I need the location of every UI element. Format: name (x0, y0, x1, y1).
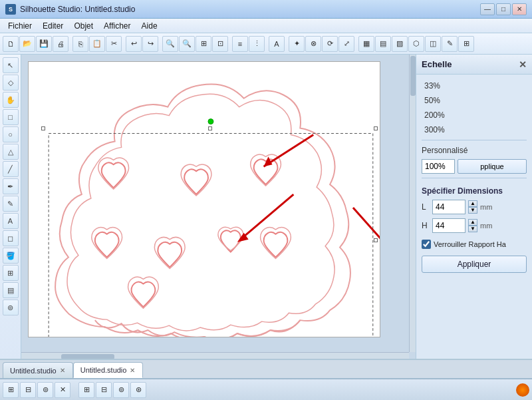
menu-fichier[interactable]: Fichier (3, 20, 37, 32)
tb-text[interactable]: A (269, 36, 285, 52)
tb-zoom-in[interactable]: 🔍 (162, 36, 178, 52)
custom-label: Personnalisé (422, 144, 527, 156)
tb-distribute[interactable]: ⋮ (249, 36, 265, 52)
tb-scale[interactable]: ⤢ (338, 36, 354, 52)
dim-l-down[interactable]: ▼ (468, 207, 477, 214)
separator-2 (422, 178, 527, 178)
tool-select[interactable]: ↖ (3, 57, 19, 73)
minimize-button[interactable]: — (480, 3, 495, 15)
bt-align-c[interactable]: ⊟ (20, 382, 36, 398)
tb-view4[interactable]: ⬡ (408, 36, 424, 52)
tb-align[interactable]: ≡ (232, 36, 248, 52)
tb-grid[interactable]: ⊞ (458, 36, 474, 52)
panel-close-button[interactable]: ✕ (519, 59, 527, 70)
canvas-scroll (21, 55, 409, 352)
tool-polygon[interactable]: △ (3, 144, 19, 160)
tool-fill[interactable]: 🪣 (3, 248, 19, 264)
dim-h-up[interactable]: ▲ (468, 219, 477, 226)
tab-0[interactable]: Untitled.studio ✕ (3, 362, 73, 378)
bt-group[interactable]: ⊞ (78, 382, 94, 398)
scale-50[interactable]: 50% (422, 95, 527, 106)
apply-button[interactable]: Appliquer (422, 256, 527, 273)
menu-aide[interactable]: Aide (136, 20, 163, 32)
tool-layers[interactable]: ▤ (3, 282, 19, 298)
handle-tc[interactable] (208, 126, 212, 130)
dim-l-row: L ▲ ▼ mm (422, 200, 527, 214)
tb-zoom-fit[interactable]: ⊞ (196, 36, 211, 52)
tool-text[interactable]: A (3, 213, 19, 229)
tb-view2[interactable]: ▤ (375, 36, 391, 52)
bt-settings[interactable]: ⊛ (130, 382, 146, 398)
tb-zoom-out[interactable]: 🔍 (179, 36, 195, 52)
dim-h-spinner: ▲ ▼ (468, 219, 477, 232)
tool-node[interactable]: ◇ (3, 75, 19, 91)
vscrollbar[interactable] (409, 55, 416, 352)
menu-afficher[interactable]: Afficher (98, 20, 136, 32)
apply-inline-button[interactable]: pplique (458, 159, 527, 174)
scale-200[interactable]: 200% (422, 109, 527, 121)
tool-ellipse[interactable]: ○ (3, 126, 19, 142)
bt-align-l[interactable]: ⊞ (3, 382, 19, 398)
tool-pencil[interactable]: ✎ (3, 196, 19, 212)
app-icon: S (5, 4, 16, 15)
tool-camera[interactable]: ⊚ (3, 300, 19, 315)
tool-pen[interactable]: ✒ (3, 178, 19, 194)
tool-crop[interactable]: ⊞ (3, 265, 19, 281)
tb-knife[interactable]: ✦ (289, 36, 305, 52)
hscrollbar[interactable] (21, 352, 409, 359)
tb-save[interactable]: 💾 (36, 36, 52, 52)
bt-ungroup[interactable]: ⊟ (96, 382, 112, 398)
bt-minus[interactable]: ✕ (55, 382, 70, 398)
right-panel: Echelle ✕ 33% 50% 200% 300% Personnalisé… (416, 55, 532, 359)
tb-open[interactable]: 📂 (19, 36, 35, 52)
tb-redo[interactable]: ↪ (142, 36, 158, 52)
tool-rectangle[interactable]: □ (3, 109, 19, 125)
tab-0-close[interactable]: ✕ (59, 367, 66, 374)
dim-h-down[interactable]: ▼ (468, 226, 477, 232)
tb-rotate[interactable]: ⟳ (322, 36, 338, 52)
bt-align-r[interactable]: ⊚ (37, 382, 53, 398)
tool-eraser[interactable]: ◻ (3, 230, 19, 246)
scale-300[interactable]: 300% (422, 124, 527, 136)
main-area: ↖ ◇ ✋ □ ○ △ ╱ ✒ ✎ A ◻ 🪣 ⊞ ▤ ⊚ (0, 55, 532, 359)
close-button[interactable]: ✕ (512, 3, 527, 15)
tb-cut[interactable]: ✂ (106, 36, 122, 52)
tb-view6[interactable]: ✎ (442, 36, 458, 52)
tab-1-close[interactable]: ✕ (129, 367, 136, 374)
tb-view5[interactable]: ◫ (425, 36, 441, 52)
dim-h-label: H (422, 221, 430, 230)
tb-print[interactable]: 🖨 (53, 36, 68, 52)
menu-bar: Fichier Editer Objet Afficher Aide (0, 19, 532, 33)
tb-view3[interactable]: ▧ (392, 36, 408, 52)
left-toolbar: ↖ ◇ ✋ □ ○ △ ╱ ✒ ✎ A ◻ 🪣 ⊞ ▤ ⊚ (0, 55, 21, 359)
tool-line[interactable]: ╱ (3, 161, 19, 177)
svg-line-6 (353, 208, 380, 268)
handle-tr[interactable] (374, 126, 378, 130)
menu-editer[interactable]: Editer (37, 20, 68, 32)
scale-input[interactable] (422, 159, 455, 174)
tb-paste[interactable]: 📋 (89, 36, 105, 52)
dim-h-input[interactable] (432, 218, 466, 233)
tb-weld[interactable]: ⊗ (305, 36, 321, 52)
dim-l-up[interactable]: ▲ (468, 200, 477, 207)
handle-mr[interactable] (374, 238, 378, 242)
tb-zoom-sel[interactable]: ⊡ (212, 36, 228, 52)
canvas-area[interactable] (21, 55, 416, 359)
tool-pan[interactable]: ✋ (3, 92, 19, 108)
tb-view1[interactable]: ▦ (358, 36, 374, 52)
tab-1[interactable]: Untitled.studio ✕ (73, 362, 144, 378)
bt-send-back[interactable]: ⊚ (113, 382, 129, 398)
menu-objet[interactable]: Objet (68, 20, 98, 32)
handle-tl[interactable] (41, 126, 45, 130)
svg-line-2 (264, 134, 314, 166)
dim-l-input[interactable] (432, 200, 466, 214)
tb-copy[interactable]: ⎘ (72, 36, 88, 52)
tb-undo[interactable]: ↩ (126, 36, 142, 52)
lock-checkbox[interactable] (422, 240, 431, 249)
window-title: Silhouette Studio: Untitled.studio (20, 5, 480, 14)
scale-33[interactable]: 33% (422, 80, 527, 92)
tab-0-label: Untitled.studio (10, 367, 57, 375)
maximize-button[interactable]: □ (496, 3, 511, 15)
tb-new[interactable]: 🗋 (3, 36, 19, 52)
scale-input-row: pplique (422, 159, 527, 174)
